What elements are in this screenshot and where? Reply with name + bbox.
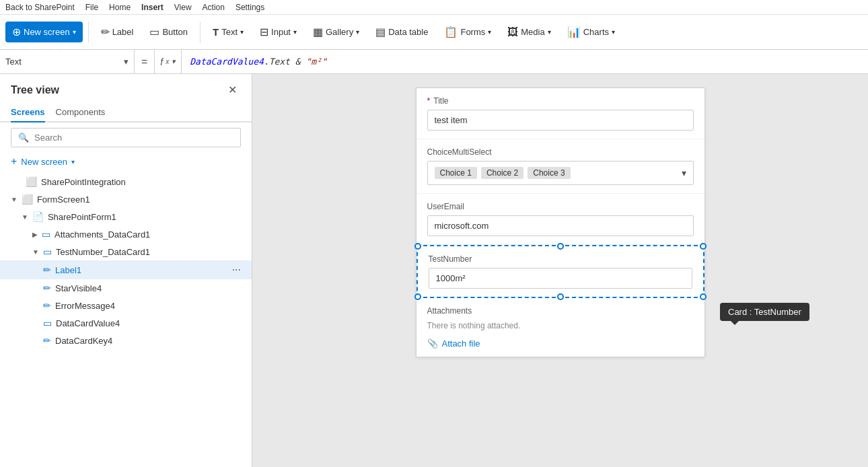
- text-icon: T: [213, 26, 219, 38]
- tree-label-datacardkey4: DataCardKey4: [55, 336, 112, 346]
- new-screen-label: New screen: [24, 27, 70, 37]
- formula-fx-button[interactable]: fx ▾: [155, 50, 182, 73]
- tree-label-attachments: Attachments_DataCard1: [55, 229, 150, 240]
- tooltip-text: Card : TestNumber: [728, 307, 801, 317]
- useremail-field: UserEmail: [417, 194, 704, 245]
- handle-tl: [414, 243, 421, 250]
- button-button[interactable]: ▭ Button: [143, 22, 194, 42]
- tree-label-sharepointintegration: SharePointIntegration: [41, 177, 126, 187]
- choice-field: ChoiceMultiSelect Choice 1 Choice 2 Choi…: [417, 139, 704, 194]
- ribbon-divider-1: [88, 22, 89, 43]
- input-icon: ⊟: [260, 26, 268, 38]
- tree-item-starvisible4[interactable]: ✏ StarVisible4: [0, 279, 252, 297]
- new-screen-chevron: ▾: [73, 28, 76, 36]
- sidebar-close-button[interactable]: ✕: [224, 82, 241, 98]
- new-screen-button[interactable]: ⊕ New screen ▾: [5, 22, 83, 42]
- media-icon: 🖼: [507, 26, 518, 38]
- label-button[interactable]: ✏ Label: [94, 22, 141, 42]
- tab-screens[interactable]: Screens: [11, 103, 45, 122]
- nav-home[interactable]: Home: [109, 3, 131, 12]
- nav-action[interactable]: Action: [203, 3, 225, 12]
- form-icon: 📄: [32, 211, 44, 222]
- sidebar-tabs: Screens Components: [0, 103, 252, 122]
- gallery-label: Gallery: [326, 27, 353, 37]
- handle-bc: [557, 293, 564, 300]
- charts-button[interactable]: 📊 Charts ▾: [560, 22, 622, 42]
- title-input[interactable]: [427, 110, 694, 131]
- gallery-icon: ▦: [313, 26, 323, 38]
- testnumber-field[interactable]: TestNumber: [417, 245, 704, 298]
- formula-input[interactable]: DataCardValue4.Text & "m²": [182, 57, 868, 67]
- choice-dropdown-icon: ▾: [682, 168, 686, 178]
- label-icon: ✏: [101, 26, 110, 38]
- tree-chevron-sharepointform1: ▼: [22, 213, 28, 221]
- tree-content: ⬜ SharePointIntegration ▼ ⬜ FormScreen1 …: [0, 173, 252, 467]
- useremail-input[interactable]: [427, 215, 694, 236]
- search-input[interactable]: [34, 133, 233, 143]
- forms-chevron: ▾: [488, 28, 491, 36]
- card-icon-testnumber: ▭: [43, 246, 52, 257]
- choice-multi-select[interactable]: Choice 1 Choice 2 Choice 3 ▾: [427, 161, 694, 185]
- handle-tc: [557, 243, 564, 250]
- tree-item-attachments-datacard1[interactable]: ▶ ▭ Attachments_DataCard1: [0, 225, 252, 243]
- text-chevron: ▾: [240, 28, 244, 36]
- nav-settings[interactable]: Settings: [236, 3, 264, 12]
- formula-equals: =: [135, 50, 155, 73]
- paperclip-icon: 📎: [427, 338, 438, 349]
- tree-chevron-attachments: ▶: [32, 231, 38, 238]
- ribbon: ⊕ New screen ▾ ✏ Label ▭ Button T Text ▾…: [0, 15, 868, 50]
- label-label: Label: [112, 27, 134, 37]
- button-label: Button: [162, 27, 188, 37]
- input-button[interactable]: ⊟ Input ▾: [253, 22, 303, 42]
- tree-item-formscreen1[interactable]: ▼ ⬜ FormScreen1: [0, 190, 252, 208]
- handle-br: [700, 293, 707, 300]
- tree-item-label1[interactable]: ✏ Label1 ···: [0, 260, 252, 279]
- attach-file-button[interactable]: 📎 Attach file: [427, 338, 480, 349]
- tree-label-starvisible4: StarVisible4: [55, 283, 102, 293]
- datatable-button[interactable]: ▤ Data table: [369, 22, 435, 42]
- media-chevron: ▾: [548, 28, 551, 36]
- main-layout: Tree view ✕ Screens Components 🔍 + New s…: [0, 74, 868, 467]
- tree-item-datacardvalue4[interactable]: ▭ DataCardValue4: [0, 314, 252, 332]
- new-screen-icon: ⊕: [12, 26, 21, 38]
- testnumber-input[interactable]: [429, 268, 692, 289]
- input-chevron: ▾: [293, 28, 297, 36]
- nav-insert[interactable]: Insert: [141, 3, 164, 12]
- formula-selector[interactable]: Text ▾: [0, 50, 135, 73]
- canvas[interactable]: Card : TestNumber * Title ChoiceMultiSel…: [252, 74, 868, 467]
- attachments-area: Attachments There is nothing attached. 📎…: [417, 298, 704, 357]
- new-screen-tree-button[interactable]: + New screen ▾: [0, 153, 252, 170]
- search-box[interactable]: 🔍: [11, 128, 241, 147]
- forms-icon: 📋: [444, 26, 458, 38]
- tree-item-datacardkey4[interactable]: ✏ DataCardKey4: [0, 332, 252, 349]
- new-screen-tree-label: New screen: [21, 157, 67, 167]
- tree-chevron-formscreen1: ▼: [11, 196, 17, 203]
- tree-item-testnumber-datacard1[interactable]: ▼ ▭ TestNumber_DataCard1: [0, 243, 252, 260]
- tree-ellipsis-label1[interactable]: ···: [232, 264, 241, 276]
- tree-item-sharepointintegration[interactable]: ⬜ SharePointIntegration: [0, 173, 252, 190]
- screen-icon-form: ⬜: [22, 194, 33, 205]
- handle-bl: [414, 293, 421, 300]
- gallery-button[interactable]: ▦ Gallery ▾: [306, 22, 366, 42]
- forms-button[interactable]: 📋 Forms ▾: [437, 22, 498, 42]
- tree-item-sharepointform1[interactable]: ▼ 📄 SharePointForm1: [0, 208, 252, 225]
- testnumber-label: TestNumber: [429, 254, 692, 264]
- nav-back[interactable]: Back to SharePoint: [5, 3, 75, 12]
- media-button[interactable]: 🖼 Media ▾: [501, 22, 557, 42]
- tree-item-errormessage4[interactable]: ✏ ErrorMessage4: [0, 297, 252, 314]
- text-button[interactable]: T Text ▾: [206, 22, 250, 42]
- plus-icon: +: [11, 155, 17, 168]
- nav-file[interactable]: File: [85, 3, 98, 12]
- form-card: * Title ChoiceMultiSelect Choice 1 Choic…: [416, 87, 705, 357]
- datatable-label: Data table: [388, 27, 428, 37]
- text-label: Text: [221, 27, 238, 37]
- nav-view[interactable]: View: [174, 3, 192, 12]
- new-screen-tree-chevron: ▾: [71, 158, 75, 166]
- label-icon-datacardkey4: ✏: [43, 335, 51, 346]
- card-icon-datacardvalue4: ▭: [43, 318, 52, 328]
- label-icon-starvisible4: ✏: [43, 283, 51, 293]
- attachments-empty: There is nothing attached.: [427, 321, 694, 330]
- ribbon-divider-2: [200, 22, 201, 43]
- sidebar-title: Tree view: [11, 84, 59, 96]
- tab-components[interactable]: Components: [56, 103, 106, 122]
